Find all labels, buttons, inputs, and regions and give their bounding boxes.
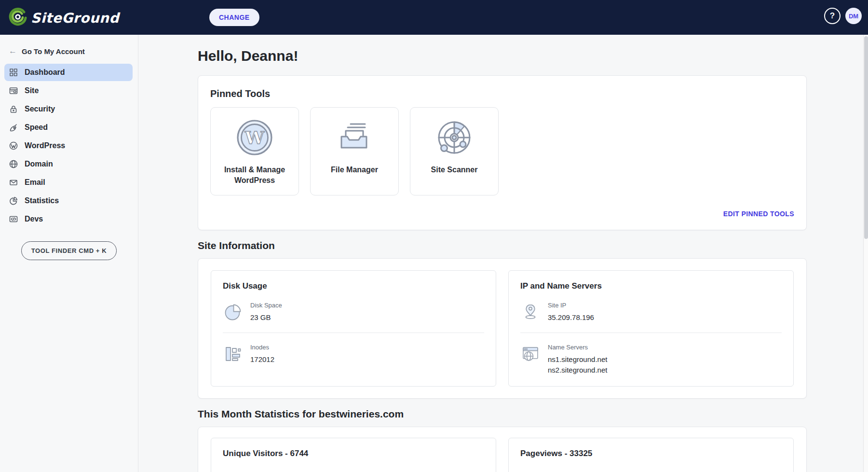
site-ip-value: 35.209.78.196 (548, 312, 594, 323)
greeting-heading: Hello, Deanna! (198, 48, 807, 64)
file-tray-icon (334, 117, 375, 158)
siteground-logo-text: SiteGround (31, 10, 119, 26)
siteground-logo[interactable]: SiteGround (8, 7, 119, 29)
tool-card-file-manager[interactable]: File Manager (310, 107, 399, 195)
top-header-bar: SiteGround CHANGE ? DM (0, 0, 868, 35)
tool-finder-button[interactable]: TOOL FINDER CMD + K (21, 241, 117, 260)
sidebar: ← Go To My Account Dashboard Site Securi… (0, 35, 138, 472)
sidebar-nav: Dashboard Site Security Speed (0, 64, 138, 228)
go-to-my-account-label: Go To My Account (22, 47, 85, 56)
disk-space-value: 23 GB (250, 312, 282, 323)
pageviews-title: Pageviews - 33325 (520, 449, 782, 458)
name-server-1: ns1.siteground.net (548, 354, 607, 365)
divider (520, 333, 782, 333)
sidebar-item-site[interactable]: Site (4, 82, 133, 99)
pinned-tools-card: Pinned Tools W Install & Manage WordPres… (198, 75, 807, 230)
sidebar-item-domain[interactable]: Domain (4, 155, 133, 173)
sidebar-item-label: Statistics (25, 196, 59, 205)
sidebar-item-dashboard[interactable]: Dashboard (4, 64, 133, 81)
month-statistics-heading: This Month Statistics for bestwineries.c… (198, 408, 807, 420)
tool-label: Install & Manage WordPress (211, 165, 298, 185)
site-ip-info: Site IP 35.209.78.196 (548, 302, 594, 323)
pie-chart-icon (9, 196, 18, 206)
sidebar-item-statistics[interactable]: Statistics (4, 192, 133, 209)
tool-label: Site Scanner (424, 165, 485, 175)
radar-icon (434, 117, 475, 158)
sidebar-item-label: Email (25, 178, 45, 187)
header-actions: ? DM (824, 8, 862, 24)
main-content: Hello, Deanna! Pinned Tools W Install & … (139, 35, 863, 472)
avatar[interactable]: DM (845, 8, 862, 24)
scrollbar-thumb[interactable] (864, 36, 868, 239)
name-servers-info: Name Servers ns1.siteground.net ns2.site… (548, 344, 607, 375)
map-pin-icon (520, 302, 541, 324)
name-server-2: ns2.siteground.net (548, 365, 607, 375)
envelope-icon (9, 178, 18, 187)
sidebar-item-security[interactable]: Security (4, 100, 133, 118)
inodes-value: 172012 (250, 354, 274, 365)
disk-usage-card: Disk Usage Disk Space 23 GB (211, 270, 496, 387)
site-ip-row: Site IP 35.209.78.196 (520, 302, 782, 324)
scrollbar-track (863, 35, 868, 472)
pinned-tools-title: Pinned Tools (210, 88, 794, 99)
sidebar-item-label: Speed (25, 123, 48, 132)
disk-space-row: Disk Space 23 GB (223, 302, 484, 324)
month-statistics-card: Unique Visitors - 6744 Pageviews - 33325 (198, 427, 807, 472)
siteground-logo-icon (8, 7, 28, 29)
tool-label: File Manager (324, 165, 385, 175)
sidebar-item-label: Security (25, 105, 55, 113)
ip-name-servers-card: IP and Name Servers Site IP 35.209.78.19… (508, 270, 794, 387)
inodes-icon (223, 344, 243, 366)
disk-usage-title: Disk Usage (223, 281, 484, 291)
sidebar-item-wordpress[interactable]: WordPress (4, 137, 133, 154)
disk-space-label: Disk Space (250, 302, 282, 309)
sidebar-item-devs[interactable]: Devs (4, 210, 133, 228)
wordpress-logo-icon: W (234, 117, 275, 158)
globe-icon (9, 159, 18, 169)
tool-card-site-scanner[interactable]: Site Scanner (410, 107, 499, 195)
pinned-tools-row: W Install & Manage WordPress File Manage… (210, 107, 794, 195)
svg-text:W: W (244, 127, 265, 148)
disk-pie-icon (223, 302, 243, 324)
inodes-row: Inodes 172012 (223, 344, 484, 366)
wordpress-icon (9, 141, 18, 151)
disk-space-info: Disk Space 23 GB (250, 302, 282, 323)
edit-pinned-tools-link[interactable]: EDIT PINNED TOOLS (723, 210, 794, 218)
dashboard-grid-icon (9, 68, 18, 77)
change-site-button[interactable]: CHANGE (209, 9, 259, 26)
tool-card-install-wordpress[interactable]: W Install & Manage WordPress (210, 107, 299, 195)
rocket-icon (9, 123, 18, 132)
inodes-label: Inodes (250, 344, 274, 351)
divider (223, 333, 484, 333)
code-screen-icon (9, 214, 18, 224)
sidebar-item-label: WordPress (25, 141, 65, 150)
browser-window-icon (9, 86, 18, 96)
unique-visitors-title: Unique Visitors - 6744 (223, 449, 484, 458)
pageviews-card: Pageviews - 33325 (508, 438, 794, 472)
sidebar-item-speed[interactable]: Speed (4, 119, 133, 136)
unique-visitors-card: Unique Visitors - 6744 (211, 438, 496, 472)
site-ip-label: Site IP (548, 302, 594, 309)
help-icon[interactable]: ? (824, 8, 841, 24)
inodes-info: Inodes 172012 (250, 344, 274, 365)
go-to-my-account-link[interactable]: ← Go To My Account (0, 35, 138, 63)
padlock-icon (9, 104, 18, 114)
sidebar-item-label: Domain (25, 160, 53, 168)
name-servers-row: Name Servers ns1.siteground.net ns2.site… (520, 344, 782, 375)
sidebar-item-email[interactable]: Email (4, 174, 133, 191)
sidebar-item-label: Site (25, 86, 39, 95)
arrow-left-icon: ← (9, 46, 17, 56)
sidebar-item-label: Dashboard (25, 68, 65, 77)
ip-name-servers-title: IP and Name Servers (520, 281, 782, 291)
sidebar-item-label: Devs (25, 215, 43, 223)
site-information-heading: Site Information (198, 240, 807, 251)
browser-globe-icon (520, 344, 541, 366)
site-information-card: Disk Usage Disk Space 23 GB (198, 258, 807, 399)
name-servers-label: Name Servers (548, 344, 607, 351)
edit-pinned-tools-row: EDIT PINNED TOOLS (210, 210, 794, 218)
